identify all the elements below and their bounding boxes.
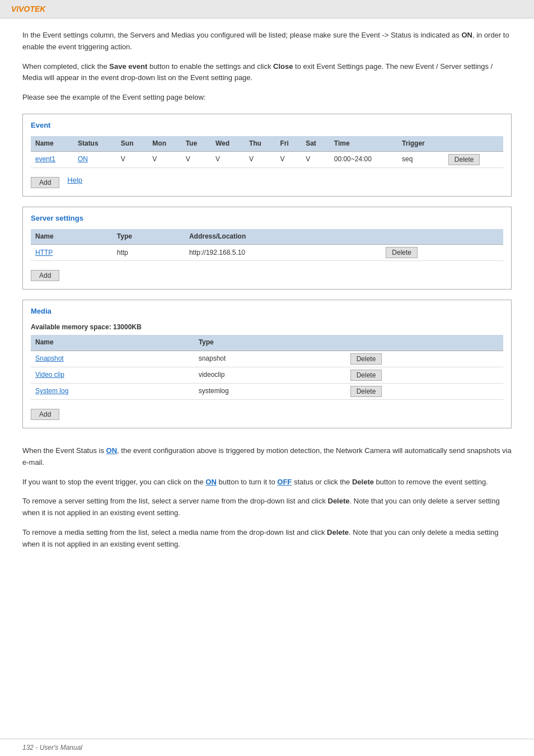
intro-para1: In the Event settings column, the Server… bbox=[22, 30, 512, 53]
available-memory: Available memory space: 13000KB bbox=[31, 322, 503, 333]
server-type-cell: http bbox=[113, 245, 185, 261]
systemlog-link[interactable]: System log bbox=[35, 387, 68, 395]
event-th-sun: Sun bbox=[116, 136, 148, 152]
server-delete-button[interactable]: Delete bbox=[386, 247, 418, 258]
server-settings-section: Server settings Name Type Address/Locati… bbox=[22, 207, 512, 290]
videoclip-delete-button[interactable]: Delete bbox=[350, 370, 382, 381]
event-status-cell: ON bbox=[73, 151, 116, 167]
event-status-on[interactable]: ON bbox=[78, 155, 88, 163]
media-videoclip-name: Video clip bbox=[31, 367, 194, 383]
systemlog-delete-button[interactable]: Delete bbox=[350, 386, 382, 397]
media-systemlog-type: systemlog bbox=[194, 383, 346, 399]
media-videoclip-type: videoclip bbox=[194, 367, 346, 383]
lower-para4-bold: Delete bbox=[327, 528, 349, 536]
event-table-row: event1 ON V V V V V V V 00:00~24:00 seq … bbox=[31, 151, 503, 167]
event-table: Name Status Sun Mon Tue Wed Thu Fri Sat … bbox=[31, 136, 503, 168]
videoclip-link[interactable]: Video clip bbox=[35, 371, 64, 379]
snapshot-delete-button[interactable]: Delete bbox=[350, 353, 382, 365]
event-th-trigger: Trigger bbox=[397, 136, 444, 152]
event-th-sat: Sat bbox=[301, 136, 330, 152]
lower-para2-start: If you want to stop the event trigger, y… bbox=[22, 478, 205, 486]
media-title: Media bbox=[31, 306, 503, 318]
event-th-mon: Mon bbox=[148, 136, 181, 152]
intro-on-bold: ON bbox=[461, 31, 472, 39]
event-add-help-row: Add Help bbox=[31, 172, 503, 188]
event-sun-cell: V bbox=[116, 151, 148, 167]
event-time-cell: 00:00~24:00 bbox=[330, 151, 397, 167]
media-table: Name Type Snapshot snapshot Delete Video… bbox=[31, 335, 503, 400]
media-table-header-row: Name Type bbox=[31, 335, 503, 351]
server-th-action bbox=[381, 229, 503, 245]
event-help-link[interactable]: Help bbox=[67, 175, 82, 186]
media-th-name: Name bbox=[31, 335, 194, 351]
server-add-button[interactable]: Add bbox=[31, 270, 59, 281]
lower-para2: If you want to stop the event trigger, y… bbox=[22, 477, 512, 488]
media-videoclip-delete-cell: Delete bbox=[346, 367, 503, 383]
server-table-row: HTTP http http://192.168.5.10 Delete bbox=[31, 245, 503, 261]
media-row-videoclip: Video clip videoclip Delete bbox=[31, 367, 503, 383]
media-row-systemlog: System log systemlog Delete bbox=[31, 383, 503, 399]
server-add-row: Add bbox=[31, 265, 503, 281]
intro-close: Close bbox=[273, 62, 293, 71]
event-th-status: Status bbox=[73, 136, 116, 152]
event-name-cell: event1 bbox=[31, 151, 73, 167]
footer-text: 132 - User's Manual bbox=[22, 744, 82, 752]
event-sat-cell: V bbox=[301, 151, 330, 167]
event-add-button[interactable]: Add bbox=[31, 177, 59, 188]
media-row-snapshot: Snapshot snapshot Delete bbox=[31, 351, 503, 367]
intro-para2-mid1: button to enable the settings and click bbox=[147, 62, 273, 71]
event-wed-cell: V bbox=[211, 151, 245, 167]
event-trigger-cell: seq bbox=[397, 151, 444, 167]
main-content: In the Event settings column, the Server… bbox=[0, 18, 534, 570]
event-fri-cell: V bbox=[275, 151, 301, 167]
lower-on-link[interactable]: ON bbox=[106, 446, 118, 455]
event-delete-button[interactable]: Delete bbox=[448, 154, 480, 165]
event-th-action bbox=[444, 136, 503, 152]
event-th-time: Time bbox=[330, 136, 397, 152]
lower-para1: When the Event Status is ON, the event c… bbox=[22, 445, 512, 469]
lower-on-link2[interactable]: ON bbox=[205, 478, 217, 486]
event-th-thu: Thu bbox=[245, 136, 275, 152]
server-th-type: Type bbox=[113, 229, 185, 245]
lower-para2-bold: Delete bbox=[352, 478, 374, 486]
http-link[interactable]: HTTP bbox=[35, 249, 53, 256]
event-table-header-row: Name Status Sun Mon Tue Wed Thu Fri Sat … bbox=[31, 136, 503, 152]
lower-para4: To remove a media setting from the list,… bbox=[22, 527, 512, 550]
media-section: Media Available memory space: 13000KB Na… bbox=[22, 300, 512, 428]
event-delete-cell: Delete bbox=[444, 151, 503, 167]
lower-section: When the Event Status is ON, the event c… bbox=[22, 445, 512, 550]
lower-para4-start: To remove a media setting from the list,… bbox=[22, 528, 327, 536]
event-title: Event bbox=[31, 120, 503, 132]
server-delete-cell: Delete bbox=[381, 245, 503, 261]
server-table: Name Type Address/Location HTTP http htt… bbox=[31, 229, 503, 261]
server-settings-title: Server settings bbox=[31, 213, 503, 225]
snapshot-link[interactable]: Snapshot bbox=[35, 354, 64, 362]
event1-link[interactable]: event1 bbox=[35, 155, 55, 163]
footer: 132 - User's Manual bbox=[0, 739, 534, 756]
lower-para3-start: To remove a server setting from the list… bbox=[22, 497, 328, 505]
lower-off-link[interactable]: OFF bbox=[277, 478, 292, 486]
brand-logo: VIVOTEK bbox=[11, 4, 45, 13]
media-th-type: Type bbox=[194, 335, 346, 351]
server-table-header-row: Name Type Address/Location bbox=[31, 229, 503, 245]
server-name-cell: HTTP bbox=[31, 245, 113, 261]
intro-para3: Please see the example of the Event sett… bbox=[22, 92, 512, 104]
event-th-fri: Fri bbox=[275, 136, 301, 152]
server-th-address: Address/Location bbox=[185, 229, 381, 245]
header: VIVOTEK bbox=[0, 0, 534, 18]
event-thu-cell: V bbox=[245, 151, 275, 167]
event-th-tue: Tue bbox=[181, 136, 211, 152]
event-th-wed: Wed bbox=[211, 136, 245, 152]
event-th-name: Name bbox=[31, 136, 73, 152]
lower-para1-start: When the Event Status is bbox=[22, 446, 106, 455]
event-mon-cell: V bbox=[148, 151, 181, 167]
lower-para3-bold: Delete bbox=[328, 497, 350, 505]
intro-para1-text: In the Event settings column, the Server… bbox=[22, 31, 461, 39]
media-snapshot-delete-cell: Delete bbox=[346, 351, 503, 367]
media-add-button[interactable]: Add bbox=[31, 409, 59, 420]
media-systemlog-name: System log bbox=[31, 383, 194, 399]
lower-para2-end: status or click the bbox=[292, 478, 352, 486]
media-snapshot-name: Snapshot bbox=[31, 351, 194, 367]
lower-para3: To remove a server setting from the list… bbox=[22, 496, 512, 519]
event-section: Event Name Status Sun Mon Tue Wed Thu Fr… bbox=[22, 114, 512, 197]
